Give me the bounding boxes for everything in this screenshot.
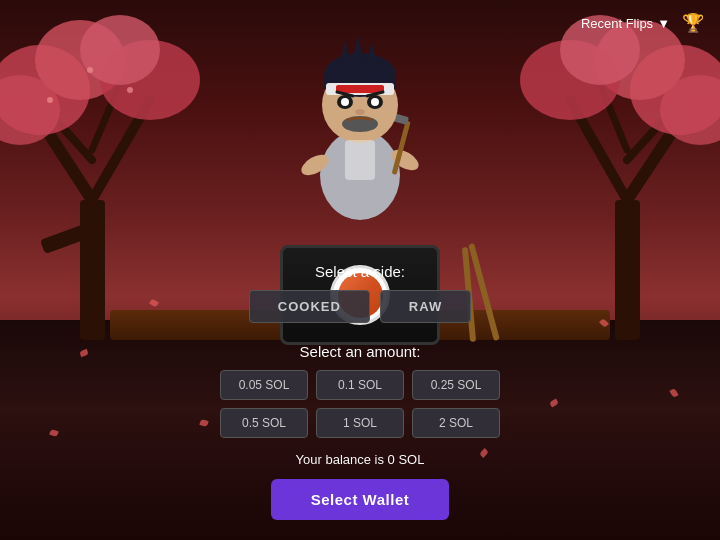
svg-point-12 xyxy=(87,67,93,73)
amount-btn-4[interactable]: 1 SOL xyxy=(316,408,404,438)
svg-marker-33 xyxy=(340,40,350,65)
svg-rect-14 xyxy=(615,200,640,340)
trophy-icon[interactable]: 🏆 xyxy=(682,12,704,34)
game-ui-panel: Select a side: COOKED RAW Select an amou… xyxy=(130,263,590,540)
select-side-label: Select a side: xyxy=(315,263,405,280)
svg-point-13 xyxy=(127,87,133,93)
amount-btn-2[interactable]: 0.25 SOL xyxy=(412,370,500,400)
amount-btn-5[interactable]: 2 SOL xyxy=(412,408,500,438)
svg-rect-46 xyxy=(345,140,375,180)
svg-rect-37 xyxy=(336,85,384,93)
recent-flips-button[interactable]: Recent Flips ▼ xyxy=(581,16,670,31)
svg-point-44 xyxy=(355,109,365,115)
select-amount-label: Select an amount: xyxy=(300,343,421,360)
select-wallet-button[interactable]: Select Wallet xyxy=(271,479,449,520)
recent-flips-label: Recent Flips xyxy=(581,16,653,31)
amount-btn-3[interactable]: 0.5 SOL xyxy=(220,408,308,438)
side-buttons-group: COOKED RAW xyxy=(249,290,471,323)
sushi-chef-character xyxy=(280,20,440,220)
dropdown-icon: ▼ xyxy=(657,16,670,31)
svg-point-11 xyxy=(47,97,53,103)
amount-grid: 0.05 SOL 0.1 SOL 0.25 SOL 0.5 SOL 1 SOL … xyxy=(220,370,500,438)
svg-point-41 xyxy=(371,98,379,106)
cooked-button[interactable]: COOKED xyxy=(249,290,370,323)
svg-point-10 xyxy=(80,15,160,85)
svg-point-40 xyxy=(341,98,349,106)
amount-btn-1[interactable]: 0.1 SOL xyxy=(316,370,404,400)
raw-button[interactable]: RAW xyxy=(380,290,471,323)
svg-rect-0 xyxy=(80,200,105,340)
balance-display: Your balance is 0 SOL xyxy=(296,452,425,467)
header: Recent Flips ▼ 🏆 xyxy=(581,12,704,34)
svg-marker-34 xyxy=(352,35,364,63)
amount-btn-0[interactable]: 0.05 SOL xyxy=(220,370,308,400)
